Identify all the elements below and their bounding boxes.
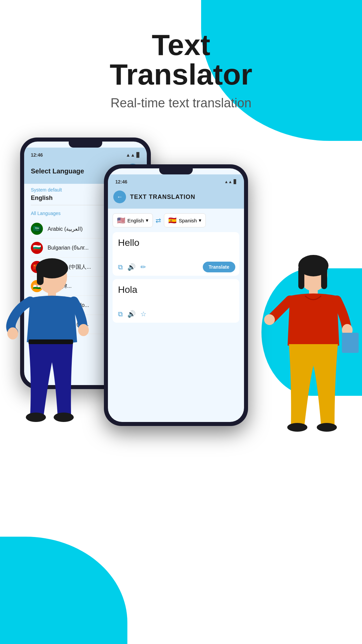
svg-rect-12 [321,266,327,289]
battery-icon: ▊ [136,152,140,158]
svg-point-14 [264,314,275,325]
app-subtitle: Real-time text translation [0,96,362,110]
source-language-selector[interactable]: 🇺🇸 English ▾ [113,213,153,227]
svg-point-4 [7,327,18,339]
translate-button[interactable]: Translate [203,262,235,272]
input-translation-box: Hello ⧉ 🔊 ✏ Translate [113,232,239,276]
app-title: Text Translator [0,30,362,89]
svg-point-6 [26,413,46,422]
front-status-icons: ▲▲ ▊ [224,179,237,184]
target-language-selector[interactable]: 🇪🇸 Spanish ▾ [164,213,206,227]
svg-rect-8 [28,339,73,344]
output-speaker-icon[interactable]: 🔊 [127,310,136,318]
input-text: Hello [118,237,234,248]
phone-back-status-bar: 12:46 ▲▲ ▊ [24,148,147,160]
output-copy-icon[interactable]: ⧉ [118,310,123,318]
output-text: Hola [118,284,234,295]
phone-front: 12:46 ▲▲ ▊ ← TEXT TRANSLATION 🇺🇸 English [104,164,248,426]
target-language-label: Spanish [179,218,197,223]
copy-icon[interactable]: ⧉ [118,263,123,271]
phone-notch [69,142,102,148]
output-star-icon[interactable]: ☆ [140,310,146,318]
edit-icon[interactable]: ✏ [140,263,146,271]
svg-point-18 [317,423,337,432]
svg-rect-2 [37,268,44,285]
lang-arabic: Arabic (العربية) [48,226,82,232]
front-battery-icon: ▊ [234,179,237,184]
translator-content: 🇺🇸 English ▾ ⇄ 🇪🇸 Spanish ▾ Hello [108,209,244,331]
phone-front-status-bar: 12:46 ▲▲ ▊ [108,174,244,187]
target-dropdown-icon: ▾ [199,217,201,223]
phones-container: 12:46 ▲▲ ▊ Select Language GO System def… [0,127,362,429]
status-icons: ▲▲ ▊ [126,152,140,158]
phone-back-time: 12:46 [31,152,43,158]
source-flag: 🇺🇸 [117,216,125,224]
swap-languages-button[interactable]: ⇄ [156,216,161,224]
output-box-actions: ⧉ 🔊 ☆ [118,310,146,318]
bg-blob-bottom-left [0,537,127,644]
input-box-actions: ⧉ 🔊 ✏ [118,263,146,271]
phone-front-notch [159,168,193,174]
phone-back-title: Select Language [31,167,84,175]
speaker-icon[interactable]: 🔊 [127,263,136,271]
svg-rect-16 [342,333,359,353]
language-selector-row: 🇺🇸 English ▾ ⇄ 🇪🇸 Spanish ▾ [113,213,239,227]
phone-front-title: TEXT TRANSLATION [130,194,195,201]
front-wifi-icon: ▲▲ [224,179,232,184]
svg-point-7 [54,413,74,422]
source-language-label: English [127,218,144,223]
phone-front-time: 12:46 [115,179,127,184]
phone-front-inner: 12:46 ▲▲ ▊ ← TEXT TRANSLATION 🇺🇸 English [108,168,244,422]
character-left [0,248,101,449]
svg-point-5 [78,324,89,336]
header: Text Translator Real-time text translati… [0,0,362,110]
arabic-flag: 🇸🇦 [31,223,43,235]
target-flag: 🇪🇸 [168,216,177,224]
svg-point-17 [287,423,307,432]
character-right [261,248,362,456]
output-translation-box: Hola ⧉ 🔊 ☆ [113,279,239,323]
svg-rect-11 [298,266,304,289]
wifi-icon: ▲▲ [126,152,135,158]
phone-front-header: ← TEXT TRANSLATION [108,187,244,209]
back-button[interactable]: ← [113,191,126,203]
source-dropdown-icon: ▾ [146,217,148,223]
